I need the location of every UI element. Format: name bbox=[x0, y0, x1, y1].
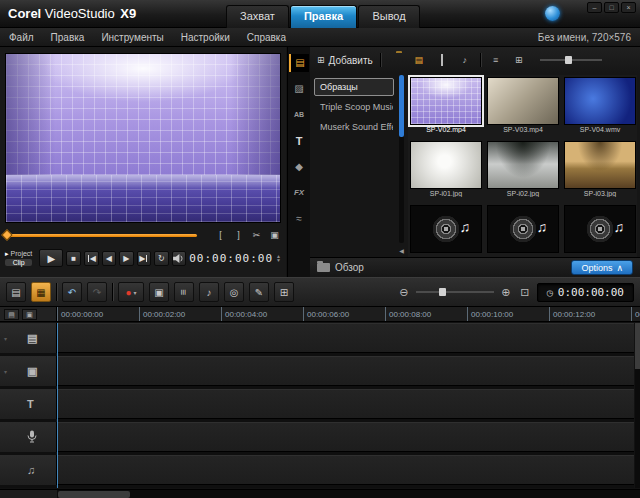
subtitle-editor-button[interactable]: ✎ bbox=[249, 282, 269, 302]
filter-video-button[interactable]: ▤ bbox=[411, 53, 427, 67]
thumbnail-sp-i01[interactable]: SP-i01.jpg bbox=[410, 141, 484, 203]
record-capture-button[interactable]: ●▾ bbox=[118, 282, 144, 302]
menu-edit[interactable]: Правка bbox=[51, 32, 85, 43]
tab-share[interactable]: Вывод bbox=[358, 5, 420, 28]
menu-help[interactable]: Справка bbox=[247, 32, 286, 43]
timeline-ruler[interactable]: ▤ ▣ 00:00:00:00 00:00:02:00 00:00:04:00 … bbox=[0, 307, 640, 322]
motion-tracking-button[interactable]: ◎ bbox=[224, 282, 244, 302]
mark-out-button[interactable]: ] bbox=[232, 229, 245, 242]
list-view-button[interactable]: ≡ bbox=[488, 53, 504, 67]
library-scrollbar[interactable] bbox=[399, 75, 404, 243]
media-library-icon[interactable]: ▤ bbox=[289, 54, 309, 72]
previous-frame-button[interactable]: ◀ bbox=[102, 251, 117, 266]
tab-edit[interactable]: Правка bbox=[290, 5, 357, 28]
title-icon[interactable]: T bbox=[289, 132, 309, 150]
track-chevron-icon[interactable]: ▾ bbox=[4, 368, 7, 375]
split-clip-icon[interactable]: ✂ bbox=[250, 229, 263, 242]
undo-button[interactable]: ↶ bbox=[62, 282, 82, 302]
multicam-editor-button[interactable]: ⊞ bbox=[274, 282, 294, 302]
instant-project-button[interactable]: ▣ bbox=[149, 282, 169, 302]
category-samples[interactable]: Образцы bbox=[314, 78, 394, 96]
graphic-icon[interactable]: ◆ bbox=[289, 158, 309, 176]
timecode-value[interactable]: 00:00:00:00 bbox=[189, 252, 273, 265]
seek-bar[interactable] bbox=[5, 234, 197, 237]
stop-button[interactable]: ■ bbox=[66, 251, 81, 266]
tab-capture[interactable]: Захват bbox=[226, 5, 289, 28]
track-chevron-icon[interactable]: ▾ bbox=[4, 335, 7, 342]
thumbnail-sp-v04[interactable]: SP-V04.wmv bbox=[564, 77, 637, 139]
play-button[interactable]: ▶ bbox=[39, 249, 63, 267]
fit-project-icon[interactable]: ⊡ bbox=[518, 286, 532, 299]
import-folder-button[interactable] bbox=[388, 53, 404, 67]
redo-button[interactable]: ↷ bbox=[87, 282, 107, 302]
grid-view-button[interactable]: ⊞ bbox=[511, 53, 527, 67]
thumbnail-audio-2[interactable]: ♫ bbox=[487, 205, 561, 257]
mark-in-button[interactable]: [ bbox=[214, 229, 227, 242]
mode-clip[interactable]: Clip bbox=[5, 259, 32, 266]
playhead[interactable] bbox=[57, 323, 58, 488]
music-track-header[interactable]: ♫ bbox=[0, 455, 57, 485]
browse-button[interactable]: Обзор bbox=[317, 262, 364, 273]
thumbnail-zoom-slider[interactable] bbox=[540, 59, 602, 61]
seek-handle[interactable] bbox=[1, 229, 12, 240]
transition-icon[interactable]: AB bbox=[289, 106, 309, 124]
video-viewport[interactable] bbox=[5, 53, 281, 223]
repeat-button[interactable]: ↻ bbox=[154, 251, 169, 266]
category-muserk[interactable]: Muserk Sound Effect bbox=[314, 118, 394, 136]
track-manager-button[interactable]: ▣ bbox=[22, 309, 37, 320]
filter-icon[interactable]: FX bbox=[289, 184, 309, 202]
corel-guide-icon[interactable] bbox=[545, 6, 560, 21]
maximize-button[interactable]: □ bbox=[604, 2, 619, 13]
timeline-zoom-slider[interactable] bbox=[416, 291, 494, 293]
filter-photo-button[interactable] bbox=[434, 53, 450, 67]
show-all-tracks-button[interactable]: ▤ bbox=[4, 309, 19, 320]
category-triple-scoop[interactable]: Triple Scoop Music bbox=[314, 98, 394, 116]
go-start-button[interactable]: ◀ bbox=[84, 251, 99, 266]
thumbnail-sp-i02[interactable]: SP-i02.jpg bbox=[487, 141, 561, 203]
sound-mixer-button[interactable]: ≡ bbox=[174, 282, 194, 302]
title-track-header[interactable]: T bbox=[0, 389, 57, 419]
thumbnail-audio-3[interactable]: ♫ bbox=[564, 205, 637, 257]
close-button[interactable]: × bbox=[621, 2, 636, 13]
minimize-button[interactable]: – bbox=[587, 2, 602, 13]
go-end-button[interactable]: ▶ bbox=[137, 251, 152, 266]
overlay-track-lane[interactable] bbox=[57, 356, 634, 386]
timeline-zoom-knob[interactable] bbox=[439, 288, 446, 296]
enlarge-preview-icon[interactable]: ▣ bbox=[268, 229, 281, 242]
filter-audio-button[interactable]: ♪ bbox=[457, 53, 473, 67]
add-media-button[interactable]: ⊞ Добавить bbox=[317, 55, 373, 66]
thumbnail-sp-v02[interactable]: SP-V02.mp4 bbox=[410, 77, 484, 139]
timecode-steppers[interactable]: ▲ ▼ bbox=[276, 254, 281, 262]
timeline-horizontal-scrollbar[interactable] bbox=[0, 489, 640, 498]
timeline-view-button[interactable]: ▦ bbox=[31, 282, 51, 302]
timeline-vertical-scrollbar[interactable] bbox=[635, 323, 640, 488]
timeline-vertical-scrollbar-thumb[interactable] bbox=[635, 323, 640, 369]
menu-file[interactable]: Файл bbox=[9, 32, 34, 43]
motion-path-icon[interactable]: ≈ bbox=[289, 210, 309, 228]
thumbnail-audio-1[interactable]: ♫ bbox=[410, 205, 484, 257]
auto-music-button[interactable]: ♪ bbox=[199, 282, 219, 302]
menu-tools[interactable]: Инструменты bbox=[101, 32, 163, 43]
library-scrollbar-thumb[interactable] bbox=[399, 75, 404, 137]
title-track-lane[interactable] bbox=[57, 389, 634, 419]
thumbnail-sp-i03[interactable]: SP-i03.jpg bbox=[564, 141, 637, 203]
voice-track-lane[interactable] bbox=[57, 422, 634, 452]
thumbnail-sp-v03[interactable]: SP-V03.mp4 bbox=[487, 77, 561, 139]
zoom-in-icon[interactable]: ⊕ bbox=[499, 286, 513, 299]
video-track-lane[interactable] bbox=[57, 323, 634, 353]
overlay-track-header[interactable]: ▾ ▣ bbox=[0, 356, 57, 386]
mode-project[interactable]: ▸Project bbox=[5, 250, 32, 258]
instant-project-icon[interactable]: ▨ bbox=[289, 80, 309, 98]
zoom-out-icon[interactable]: ⊖ bbox=[397, 286, 411, 299]
volume-button[interactable] bbox=[172, 251, 187, 266]
video-track-header[interactable]: ▾ ▤ bbox=[0, 323, 57, 353]
preview-timecode[interactable]: 00:00:00:00 ▲ ▼ bbox=[189, 252, 281, 265]
storyboard-view-button[interactable]: ▤ bbox=[6, 282, 26, 302]
scroll-left-button[interactable]: ◀ bbox=[396, 247, 407, 256]
options-button[interactable]: Options ∧ bbox=[571, 260, 633, 275]
timecode-down-icon[interactable]: ▼ bbox=[276, 258, 281, 262]
menu-settings[interactable]: Настройки bbox=[181, 32, 230, 43]
voice-track-header[interactable] bbox=[0, 422, 57, 452]
music-track-lane[interactable] bbox=[57, 455, 634, 485]
next-frame-button[interactable]: ▶ bbox=[119, 251, 134, 266]
